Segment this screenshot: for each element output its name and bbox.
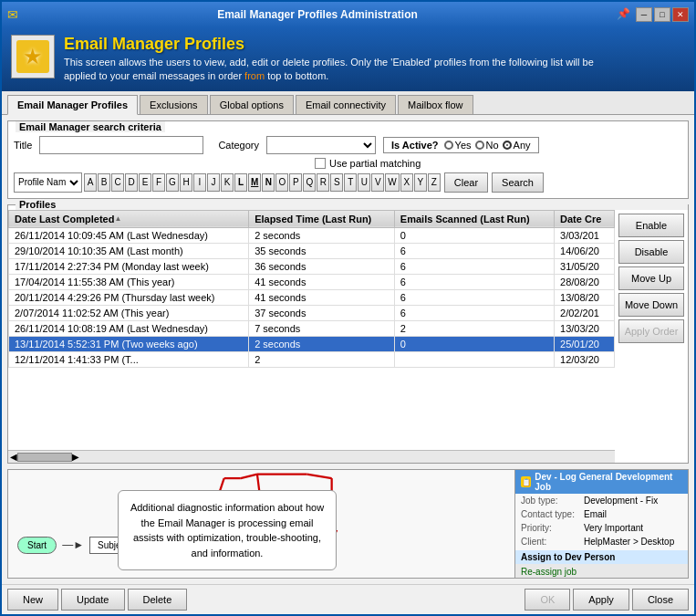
move-up-button[interactable]: Move Up (618, 266, 684, 290)
svg-line-5 (241, 475, 257, 479)
title-label: Title (14, 140, 32, 151)
dev-priority-value: Very Important (584, 523, 643, 533)
ok-button[interactable]: OK (525, 589, 570, 611)
radio-no[interactable]: No (475, 140, 499, 151)
alpha-btn-z[interactable]: Z (428, 173, 441, 192)
alpha-btn-r[interactable]: R (317, 173, 329, 192)
enable-button[interactable]: Enable (618, 214, 684, 237)
disable-button[interactable]: Disable (618, 240, 684, 264)
alpha-btn-o[interactable]: O (275, 173, 288, 192)
search-button[interactable]: Search (492, 172, 544, 193)
dev-bottom: Re-assign job Development: AwaitingScott… (515, 564, 688, 579)
table-row[interactable]: 2/07/2014 11:02:52 AM (This year)37 seco… (9, 305, 615, 320)
table-row[interactable]: 13/11/2014 5:52:31 PM (Two weeks ago)2 s… (9, 336, 615, 351)
category-select[interactable] (266, 136, 376, 154)
dev-client-value: HelpMaster > Desktop (584, 537, 674, 547)
alpha-btn-m[interactable]: M (248, 173, 261, 192)
dev-contact-type-label: Contact type: (521, 509, 580, 519)
alpha-buttons: ABCDEFGHIJKLMNOPQRSTUVWXYZ (84, 173, 441, 192)
dev-client-row: Client: HelpMaster > Desktop (515, 535, 688, 548)
bottom-right-buttons: OK Apply Close (525, 589, 689, 611)
table-row[interactable]: 12/11/2014 1:41:33 PM (T...212/03/20 (9, 351, 615, 367)
alpha-btn-c[interactable]: C (111, 173, 124, 192)
close-button[interactable]: Close (632, 589, 689, 611)
scroll-right-btn[interactable]: ▶ (72, 452, 79, 462)
svg-line-7 (306, 475, 331, 479)
tab-email-manager-profiles[interactable]: Email Manager Profiles (7, 95, 138, 115)
alpha-btn-k[interactable]: K (221, 173, 234, 192)
alpha-btn-a[interactable]: A (84, 173, 97, 192)
radio-any-indicator (503, 141, 512, 150)
dev-panel-icon: 📋 (521, 476, 531, 487)
scroll-left-btn[interactable]: ◀ (10, 452, 17, 462)
radio-any[interactable]: Any (503, 140, 531, 151)
alpha-btn-b[interactable]: B (98, 173, 110, 192)
radio-no-label: No (486, 140, 499, 151)
delete-button[interactable]: Delete (128, 589, 188, 611)
star-icon: ★ (23, 44, 43, 69)
table-row[interactable]: 17/04/2014 11:55:38 AM (This year)41 sec… (9, 274, 615, 289)
dev-contact-type-row: Contact type: Email (515, 507, 688, 521)
lower-section: Start —► Subject —► Includes ('Dennis - … (7, 469, 689, 579)
tab-email-connectivity[interactable]: Email connectivity (296, 95, 396, 114)
alpha-btn-n[interactable]: N (262, 173, 275, 192)
title-input[interactable] (39, 136, 203, 154)
scroll-thumb[interactable] (17, 453, 72, 462)
apply-button[interactable]: Apply (573, 589, 629, 611)
radio-any-label: Any (514, 140, 531, 151)
header-star-icon: ★ (16, 40, 49, 73)
alpha-btn-i[interactable]: I (193, 173, 206, 192)
dev-priority-label: Priority: (521, 523, 580, 533)
alpha-btn-d[interactable]: D (125, 173, 138, 192)
dev-job-type-row: Job type: Development - Fix (515, 494, 688, 507)
update-button[interactable]: Update (61, 589, 124, 611)
alpha-btn-s[interactable]: S (330, 173, 343, 192)
header: ★ Email Manager Profiles This screen all… (2, 27, 694, 91)
tab-mailbox-flow[interactable]: Mailbox flow (398, 95, 473, 114)
alpha-btn-p[interactable]: P (289, 173, 302, 192)
alpha-btn-x[interactable]: X (400, 173, 413, 192)
alpha-btn-t[interactable]: T (344, 173, 357, 192)
alpha-btn-q[interactable]: Q (303, 173, 316, 192)
close-window-button[interactable]: ✕ (672, 7, 689, 22)
partial-matching-checkbox[interactable] (315, 158, 326, 169)
tooltip-text: Additional diagnostic information about … (130, 502, 324, 559)
col-elapsed: Elapsed Time (Last Run) (249, 210, 395, 227)
alpha-btn-f[interactable]: F (152, 173, 165, 192)
alpha-btn-v[interactable]: V (371, 173, 384, 192)
dev-priority-row: Priority: Very Important (515, 521, 688, 535)
profiles-table-wrapper[interactable]: Date Last Completed ▲ Elapsed Time (Last… (8, 210, 615, 450)
table-row[interactable]: 17/11/2014 2:27:34 PM (Monday last week)… (9, 258, 615, 274)
table-row[interactable]: 20/11/2014 4:29:26 PM (Thursday last wee… (9, 289, 615, 305)
move-down-button[interactable]: Move Down (618, 293, 684, 317)
alpha-btn-g[interactable]: G (166, 173, 179, 192)
tab-global-options[interactable]: Global options (210, 95, 294, 114)
maximize-button[interactable]: □ (654, 7, 670, 22)
horizontal-scrollbar[interactable]: ◀ ▶ (8, 450, 615, 463)
minimize-button[interactable]: ─ (636, 7, 652, 22)
alpha-btn-l[interactable]: L (234, 173, 247, 192)
table-row[interactable]: 29/10/2014 10:10:35 AM (Last month)35 se… (9, 243, 615, 258)
alpha-btn-u[interactable]: U (358, 173, 370, 192)
alpha-btn-j[interactable]: J (207, 173, 220, 192)
radio-yes[interactable]: Yes (444, 140, 472, 151)
is-active-group: Is Active? Yes No (383, 137, 539, 153)
title-bar-controls: 📌 ─ □ ✕ (617, 7, 689, 22)
header-icon: ★ (11, 35, 55, 78)
bottom-bar: New Update Delete OK Apply Close (2, 584, 694, 614)
is-active-label: Is Active? (391, 140, 439, 151)
table-row[interactable]: 26/11/2014 10:09:45 AM (Last Wednesday)2… (9, 227, 615, 243)
alpha-btn-y[interactable]: Y (414, 173, 427, 192)
table-row[interactable]: 26/11/2014 10:08:19 AM (Last Wednesday)7… (9, 320, 615, 336)
profile-name-dropdown[interactable]: Profile Nam (14, 172, 82, 193)
clear-button[interactable]: Clear (444, 172, 488, 193)
col-date-sort[interactable]: ▲ (114, 214, 121, 223)
apply-order-button[interactable]: Apply Order (618, 319, 684, 343)
alpha-btn-w[interactable]: W (385, 173, 399, 192)
tab-exclusions[interactable]: Exclusions (140, 95, 208, 114)
profiles-content: Date Last Completed ▲ Elapsed Time (Last… (8, 210, 688, 463)
dev-panel-title: 📋 Dev - Log General Development Job (515, 470, 688, 494)
alpha-btn-e[interactable]: E (139, 173, 151, 192)
new-button[interactable]: New (7, 589, 58, 611)
alpha-btn-h[interactable]: H (180, 173, 192, 192)
